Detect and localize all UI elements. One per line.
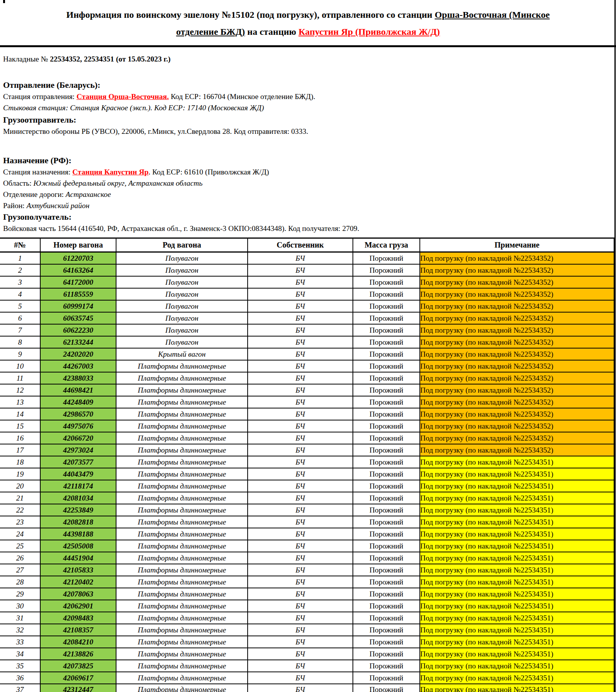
cell-cargo-mass: Порожний [353, 684, 420, 692]
table-row: 560999174ПолувагонБЧПорожнийПод погрузку… [0, 300, 614, 312]
title-text: Информация по воинскому эшелону №15102 (… [66, 10, 435, 20]
cell-note: Под погрузку (по накладной №22534352) [420, 312, 614, 324]
cell-wagon-number: 42066720 [40, 432, 116, 444]
table-row: 2942078063Платформы длинномерныеБЧПорожн… [0, 588, 614, 600]
cell-owner: БЧ [248, 312, 353, 324]
table-row: 2644451904Платформы длинномерныеБЧПорожн… [0, 552, 614, 564]
division-label: Отделение дороги: [3, 190, 66, 198]
cell-row-number: 16 [0, 432, 40, 444]
table-row: 3042062901Платформы длинномерныеБЧПорожн… [0, 600, 614, 612]
title-origin-underlined: Орша-Восточная (Минское [435, 10, 549, 20]
column-header-1: Номер вагона [40, 238, 116, 252]
cell-owner: БЧ [248, 636, 353, 648]
cell-row-number: 15 [0, 420, 40, 432]
cell-wagon-type: Платформы длинномерные [116, 480, 248, 492]
cell-wagon-number: 42108357 [40, 624, 116, 636]
cell-wagon-number: 44267003 [40, 360, 116, 372]
cell-note: Под погрузку (по накладной №22534351) [420, 456, 614, 468]
cell-wagon-number: 42073825 [40, 660, 116, 672]
cell-cargo-mass: Порожний [353, 636, 420, 648]
cell-owner: БЧ [248, 252, 353, 264]
cell-cargo-mass: Порожний [353, 324, 420, 336]
cell-owner: БЧ [248, 480, 353, 492]
cell-note: Под погрузку (по накладной №22534351) [420, 648, 614, 660]
cell-owner: БЧ [248, 264, 353, 276]
cell-owner: БЧ [248, 420, 353, 432]
table-row: 1344248409Платформы длинномерныеБЧПорожн… [0, 396, 614, 408]
title-corner-tick [3, 0, 5, 3]
title-origin-underlined-2: отделение БЖД) [176, 27, 245, 37]
table-row: 364172000ПолувагонБЧПорожнийПод погрузку… [0, 276, 614, 288]
departure-station-value: Станция Орша-Восточная. [77, 92, 169, 101]
cell-owner: БЧ [248, 576, 353, 588]
cell-note: Под погрузку (по накладной №22534352) [420, 360, 614, 372]
cell-wagon-number: 42062901 [40, 600, 116, 612]
cell-note: Под погрузку (по накладной №22534351) [420, 576, 614, 588]
cell-owner: БЧ [248, 408, 353, 420]
cell-owner: БЧ [248, 384, 353, 396]
cell-note: Под погрузку (по накладной №22534351) [420, 480, 614, 492]
cell-wagon-type: Полувагон [116, 312, 248, 324]
departure-station-label: Станция отправления: [3, 92, 77, 101]
district-value: Ахтубинский район [26, 202, 89, 210]
cell-cargo-mass: Порожний [353, 480, 420, 492]
cell-wagon-type: Платформы длинномерные [116, 540, 248, 552]
table-row: 924202020Крытый вагонБЧПорожнийПод погру… [0, 348, 614, 360]
cell-row-number: 3 [0, 276, 40, 288]
table-row: 2842120402Платформы длинномерныеБЧПорожн… [0, 576, 614, 588]
table-row: 1642066720Платформы длинномерныеБЧПорожн… [0, 432, 614, 444]
cell-wagon-type: Полувагон [116, 252, 248, 264]
cell-wagon-number: 44451904 [40, 552, 116, 564]
cell-row-number: 37 [0, 684, 40, 692]
table-row: 2444398188Платформы длинномерныеБЧПорожн… [0, 528, 614, 540]
cell-wagon-type: Платформы длинномерные [116, 384, 248, 396]
table-row: 760622230ПолувагонБЧПорожнийПод погрузку… [0, 324, 614, 336]
cell-note: Под погрузку (по накладной №22534352) [420, 420, 614, 432]
cell-wagon-type: Крытый вагон [116, 348, 248, 360]
waybills-line: Накладные № 22534352, 22534351 (от 15.05… [3, 53, 616, 65]
cell-wagon-type: Платформы длинномерные [116, 408, 248, 420]
cell-wagon-type: Полувагон [116, 276, 248, 288]
cell-cargo-mass: Порожний [353, 624, 420, 636]
wagon-table-header-row: #№Номер вагонаРод вагонаСобственникМасса… [0, 238, 614, 252]
cell-owner: БЧ [248, 504, 353, 516]
table-row: 3242108357Платформы длинномерныеБЧПорожн… [0, 624, 614, 636]
cell-wagon-type: Платформы длинномерные [116, 432, 248, 444]
consignee-heading: Грузополучатель: [3, 211, 616, 223]
cell-owner: БЧ [248, 600, 353, 612]
cell-note: Под погрузку (по накладной №22534352) [420, 432, 614, 444]
cell-owner: БЧ [248, 396, 353, 408]
cell-wagon-number: 44398188 [40, 528, 116, 540]
cell-wagon-number: 42973024 [40, 444, 116, 456]
cell-owner: БЧ [248, 300, 353, 312]
table-row: 2042118174Платформы длинномерныеБЧПорожн… [0, 480, 614, 492]
cell-wagon-type: Платформы длинномерные [116, 420, 248, 432]
district-line: Район: Ахтубинский район [3, 200, 616, 211]
cell-wagon-type: Платформы длинномерные [116, 492, 248, 504]
cell-cargo-mass: Порожний [353, 660, 420, 672]
cell-cargo-mass: Порожний [353, 672, 420, 684]
cell-note: Под погрузку (по накладной №22534352) [420, 372, 614, 384]
cell-row-number: 36 [0, 672, 40, 684]
cell-owner: БЧ [248, 672, 353, 684]
cell-row-number: 6 [0, 312, 40, 324]
cell-wagon-type: Платформы длинномерные [116, 360, 248, 372]
cell-wagon-type: Платформы длинномерные [116, 396, 248, 408]
cell-wagon-type: Платформы длинномерные [116, 624, 248, 636]
cell-wagon-type: Платформы длинномерные [116, 564, 248, 576]
cell-wagon-number: 42105833 [40, 564, 116, 576]
division-line: Отделение дороги: Астраханское [3, 189, 616, 200]
cell-cargo-mass: Порожний [353, 276, 420, 288]
table-row: 3342084210Платформы длинномерныеБЧПорожн… [0, 636, 614, 648]
cell-wagon-type: Платформы длинномерные [116, 552, 248, 564]
cell-note: Под погрузку (по накладной №22534352) [420, 336, 614, 348]
info-section: Накладные № 22534352, 22534351 (от 15.05… [3, 53, 616, 234]
cell-note: Под погрузку (по накладной №22534351) [420, 660, 614, 672]
cell-note: Под погрузку (по накладной №22534351) [420, 600, 614, 612]
cell-owner: БЧ [248, 624, 353, 636]
destination-station-rest: . Код ЕСР: 61610 (Приволжская Ж/Д) [149, 168, 269, 176]
table-row: 862133244ПолувагонБЧПорожнийПод погрузку… [0, 336, 614, 348]
cell-note: Под погрузку (по накладной №22534351) [420, 684, 614, 692]
cell-note: Под погрузку (по накладной №22534352) [420, 444, 614, 456]
cell-owner: БЧ [248, 552, 353, 564]
